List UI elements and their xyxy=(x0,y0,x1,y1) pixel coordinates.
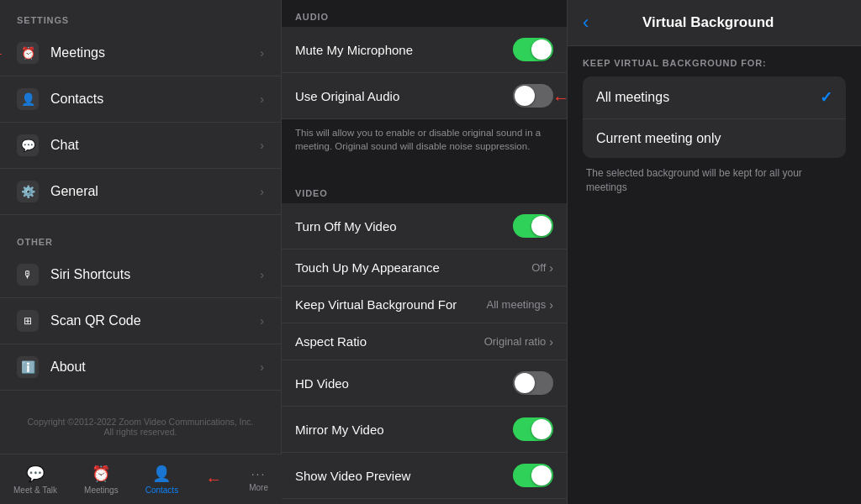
tab-meet-label: Meet & Talk xyxy=(13,486,57,495)
keep-vbg-label: Keep Virtual Background For xyxy=(295,297,487,312)
all-meetings-checkmark: ✓ xyxy=(820,88,832,107)
sidebar: SETTINGS ⏰ Meetings › ← 👤 Contacts › 💬 C… xyxy=(0,0,282,504)
option-description: The selected background will be kept for… xyxy=(583,166,846,195)
meetings-chevron: › xyxy=(260,46,264,60)
keep-section-label: KEEP VIRTUAL BACKGROUND FOR: xyxy=(583,58,846,68)
all-meetings-label: All meetings xyxy=(596,90,820,105)
aspect-ratio-row[interactable]: Aspect Ratio Original ratio › xyxy=(282,323,567,360)
tab-contacts-label: Contacts xyxy=(145,486,178,495)
general-label: General xyxy=(50,184,260,199)
touch-up-value: Off › xyxy=(531,261,553,275)
middle-panel: AUDIO Mute My Microphone Use Original Au… xyxy=(282,0,568,504)
right-panel: ‹ Virtual Background KEEP VIRTUAL BACKGR… xyxy=(568,0,861,504)
meetings-arrow: ← xyxy=(0,44,5,63)
tab-meetings-icon: ⏰ xyxy=(92,465,110,483)
tab-meetings-label: Meetings xyxy=(84,486,119,495)
all-meetings-option[interactable]: All meetings ✓ ← xyxy=(583,76,846,118)
scan-icon: ⊞ xyxy=(17,310,39,332)
sidebar-item-chat[interactable]: 💬 Chat › xyxy=(0,123,281,169)
scan-label: Scan QR Code xyxy=(50,313,260,328)
about-label: About xyxy=(50,360,260,375)
tab-bar: 💬 Meet & Talk ⏰ Meetings 👤 Contacts ← ··… xyxy=(0,454,282,504)
meetings-icon: ⏰ xyxy=(17,42,39,64)
contacts-chevron: › xyxy=(260,92,264,106)
tab-more-icon: ··· xyxy=(251,467,267,480)
general-chevron: › xyxy=(260,185,264,198)
show-preview-label: Show Video Preview xyxy=(295,469,513,483)
chat-label: Chat xyxy=(50,138,260,153)
settings-section-label: SETTINGS xyxy=(0,0,281,30)
keep-vbg-row[interactable]: Keep Virtual Background For All meetings… xyxy=(282,286,567,323)
tab-meetings[interactable]: ⏰ Meetings xyxy=(84,465,119,495)
chat-icon: 💬 xyxy=(17,134,39,156)
mute-mic-label: Mute My Microphone xyxy=(295,43,513,57)
original-audio-row[interactable]: Use Original Audio xyxy=(282,73,567,119)
mute-mic-row[interactable]: Mute My Microphone xyxy=(282,27,567,73)
contacts-label: Contacts xyxy=(50,92,260,107)
hd-video-row[interactable]: HD Video xyxy=(282,360,567,407)
tab-meet-icon: 💬 xyxy=(26,465,45,483)
original-audio-toggle[interactable] xyxy=(513,84,553,108)
audio-section-header: AUDIO xyxy=(282,0,567,27)
general-icon: ⚙️ xyxy=(17,181,39,202)
aspect-ratio-label: Aspect Ratio xyxy=(295,334,484,349)
current-meeting-label: Current meeting only xyxy=(596,131,832,146)
contacts-icon: 👤 xyxy=(17,88,39,110)
turn-off-video-knob xyxy=(531,216,552,236)
hd-video-knob xyxy=(515,373,535,393)
pip-row[interactable]: Picture in Picture xyxy=(282,499,567,504)
other-section-label: OTHER xyxy=(0,222,281,252)
sidebar-item-general[interactable]: ⚙️ General › xyxy=(0,169,281,215)
tab-more-label: More xyxy=(249,483,268,492)
aspect-ratio-value: Original ratio › xyxy=(484,335,553,349)
mirror-video-knob xyxy=(531,419,552,439)
tab-contacts[interactable]: 👤 Contacts xyxy=(145,465,178,495)
sidebar-item-contacts[interactable]: 👤 Contacts › xyxy=(0,76,281,123)
chat-chevron: › xyxy=(260,139,264,152)
meetings-label: Meetings xyxy=(50,45,260,60)
sidebar-item-meetings[interactable]: ⏰ Meetings › ← xyxy=(0,30,281,76)
siri-icon: 🎙 xyxy=(17,264,39,286)
mirror-video-label: Mirror My Video xyxy=(295,423,513,437)
mirror-video-row[interactable]: Mirror My Video xyxy=(282,407,567,453)
hd-video-label: HD Video xyxy=(295,376,513,391)
scan-chevron: › xyxy=(260,314,264,328)
touch-up-label: Touch Up My Appearance xyxy=(295,260,531,275)
sidebar-item-scan[interactable]: ⊞ Scan QR Code › xyxy=(0,298,281,344)
about-chevron: › xyxy=(260,360,264,374)
back-button[interactable]: ‹ xyxy=(583,12,589,34)
video-section-header: VIDEO xyxy=(282,176,567,203)
tab-contacts-icon: 👤 xyxy=(152,465,171,483)
touch-up-row[interactable]: Touch Up My Appearance Off › xyxy=(282,249,567,286)
sidebar-item-siri[interactable]: 🎙 Siri Shortcuts › xyxy=(0,252,281,298)
siri-label: Siri Shortcuts xyxy=(50,267,260,282)
show-preview-knob xyxy=(531,465,552,486)
turn-off-video-label: Turn Off My Video xyxy=(295,219,513,234)
mirror-video-toggle[interactable] xyxy=(513,417,553,441)
right-panel-title: Virtual Background xyxy=(600,14,816,31)
original-audio-label: Use Original Audio xyxy=(295,89,513,103)
hd-video-toggle[interactable] xyxy=(513,371,553,395)
turn-off-video-row[interactable]: Turn Off My Video xyxy=(282,203,567,249)
tab-more[interactable]: ··· More xyxy=(249,467,268,492)
mute-mic-knob xyxy=(531,39,552,60)
siri-chevron: › xyxy=(260,268,264,281)
options-container: All meetings ✓ ← Current meeting only xyxy=(583,76,846,158)
original-audio-knob xyxy=(515,86,535,106)
copyright-text: Copyright ©2012-2022 Zoom Video Communic… xyxy=(0,400,281,454)
right-content: KEEP VIRTUAL BACKGROUND FOR: All meeting… xyxy=(568,46,861,207)
mute-mic-toggle[interactable] xyxy=(513,38,553,61)
show-preview-toggle[interactable] xyxy=(513,464,553,487)
gap1 xyxy=(282,163,567,176)
keep-vbg-value: All meetings › xyxy=(487,298,553,312)
tab-arrow: ← xyxy=(205,470,222,489)
right-header: ‹ Virtual Background xyxy=(568,0,861,46)
about-icon: ℹ️ xyxy=(17,356,39,378)
show-preview-row[interactable]: Show Video Preview xyxy=(282,453,567,499)
sidebar-item-about[interactable]: ℹ️ About › xyxy=(0,344,281,391)
current-meeting-option[interactable]: Current meeting only xyxy=(583,118,846,158)
turn-off-video-toggle[interactable] xyxy=(513,214,553,238)
tab-meet[interactable]: 💬 Meet & Talk xyxy=(13,465,57,495)
original-audio-sub: This will allow you to enable or disable… xyxy=(282,119,567,163)
